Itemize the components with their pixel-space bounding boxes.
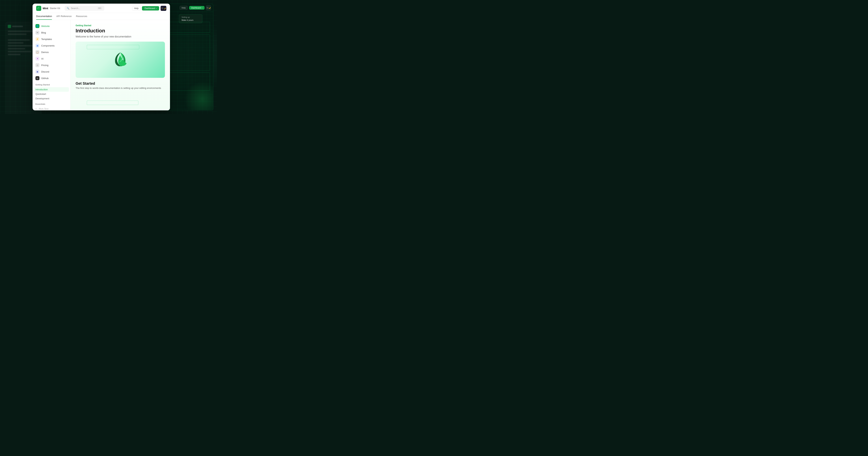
components-icon: ▦ [35, 44, 39, 48]
dashboard-arrow: › [156, 7, 157, 9]
search-bar[interactable]: 🔍 Search... ⌘K [65, 6, 104, 11]
search-icon: 🔍 [67, 7, 69, 9]
sidebar-item-pricing[interactable]: ◇ Pricing [33, 62, 70, 68]
section-essentials: Essentials [33, 101, 70, 107]
sidebar-item-website-label: Website [41, 25, 50, 28]
sidebar-item-components-label: Components [41, 44, 55, 47]
github-icon: ◎ [35, 76, 39, 80]
page-subtitle: Welcome to the home of your new document… [75, 35, 165, 38]
right-panel-help-btn[interactable]: Help [180, 6, 188, 10]
help-button[interactable]: Help [132, 6, 141, 10]
setting-up-card: Setting up Make it yours [179, 14, 203, 23]
sidebar-item-blog-label: Blog [41, 31, 46, 34]
sidebar-link-development[interactable]: Development [33, 96, 70, 101]
pricing-icon: ◇ [35, 63, 39, 67]
mint-logo-icon [36, 6, 41, 11]
setting-up-label: Setting up [182, 16, 199, 18]
sidebar-item-website[interactable]: 🌐 Website [33, 23, 70, 29]
getting-started-label: Getting Started [75, 24, 165, 27]
section-getting-started: Getting Started [33, 81, 70, 87]
dashboard-label: Dashboard [145, 7, 155, 9]
sidebar-item-pricing-label: Pricing [41, 64, 49, 66]
theme-icon: ⬛ [161, 7, 163, 9]
nav-tabs: Documentation API Reference Resources [33, 13, 170, 20]
hero-image [75, 41, 165, 78]
tab-documentation[interactable]: Documentation [36, 13, 52, 20]
demos-icon: 📋 [35, 50, 39, 54]
header: Mint Starter Kit 🔍 Search... ⌘K Help Das… [33, 4, 170, 13]
ai-icon: ✦ [35, 57, 39, 61]
hero-mint-logo [110, 49, 131, 70]
sidebar-item-ai-label: AI [41, 57, 43, 60]
sidebar-link-introduction[interactable]: Introduction [34, 87, 69, 92]
search-keyboard-shortcut: ⌘K [97, 7, 102, 9]
card-body: 🌐 Website ✏ Blog ⚡ Templates ▦ Component… [33, 20, 170, 110]
section-essentials-title: Essentials [35, 103, 67, 105]
right-panel-dashboard-btn[interactable]: Dashboard › [189, 6, 205, 9]
get-started-title: Get Started [75, 81, 165, 86]
header-right: Help Dashboard › ⬛ 🌙 [132, 6, 166, 11]
sidebar-link-rich-text[interactable]: T Rich Text [33, 107, 70, 110]
main-card: Mint Starter Kit 🔍 Search... ⌘K Help Das… [33, 4, 170, 110]
sidebar-item-blog[interactable]: ✏ Blog [33, 29, 70, 36]
sidebar-item-github[interactable]: ◎ GitHub [33, 75, 70, 81]
discord-icon: ◉ [35, 70, 39, 74]
logo-area: Mint Starter Kit [36, 6, 60, 11]
sidebar-item-github-label: GitHub [41, 77, 49, 80]
main-content: Getting Started Introduction Welcome to … [70, 20, 170, 110]
dashboard-button[interactable]: Dashboard › [142, 6, 159, 10]
sidebar-item-templates-label: Templates [41, 38, 52, 40]
sidebar-item-components[interactable]: ▦ Components [33, 42, 70, 49]
right-panel-theme-btn[interactable]: ⬛🌙 [206, 5, 211, 10]
sidebar-item-templates[interactable]: ⚡ Templates [33, 36, 70, 42]
tab-resources[interactable]: Resources [76, 13, 87, 20]
sidebar-item-discord-label: Discord [41, 70, 49, 73]
make-it-yours-label: Make it yours [182, 19, 199, 21]
page-title: Introduction [75, 28, 165, 34]
blog-icon: ✏ [35, 31, 39, 34]
tab-api-reference[interactable]: API Reference [56, 13, 72, 20]
theme-toggle-button[interactable]: ⬛ 🌙 [161, 6, 166, 11]
sidebar-item-discord[interactable]: ◉ Discord [33, 68, 70, 75]
rich-text-icon: T [35, 108, 37, 110]
logo-brand: Mint [43, 7, 48, 10]
search-placeholder: Search... [71, 7, 96, 9]
sidebar-item-demos[interactable]: 📋 Demos [33, 49, 70, 55]
logo-subtitle: Starter Kit [50, 7, 60, 9]
sidebar-item-demos-label: Demos [41, 51, 49, 54]
get-started-desc: The first step to world-class documentat… [75, 87, 165, 89]
templates-icon: ⚡ [35, 37, 39, 41]
rich-text-label: Rich Text [39, 108, 49, 110]
moon-icon: 🌙 [164, 7, 166, 9]
website-icon: 🌐 [35, 24, 39, 28]
get-started-section: Get Started The first step to world-clas… [75, 81, 165, 89]
sidebar-link-quickstart[interactable]: Quickstart [33, 92, 70, 96]
sidebar: 🌐 Website ✏ Blog ⚡ Templates ▦ Component… [33, 20, 70, 110]
section-getting-started-title: Getting Started [35, 84, 67, 86]
sidebar-item-ai[interactable]: ✦ AI [33, 55, 70, 62]
